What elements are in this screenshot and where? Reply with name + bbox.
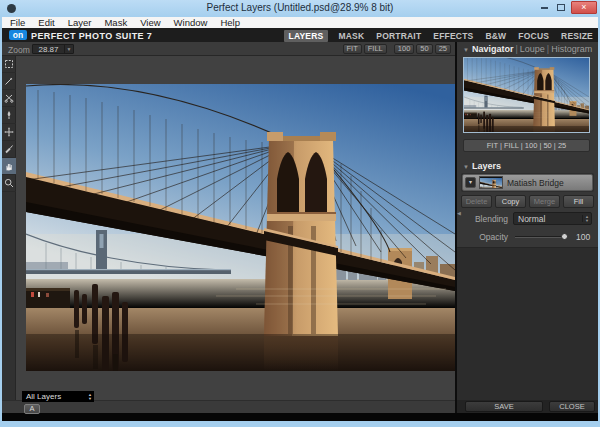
layer-visibility-toggle[interactable]: ▾ — [465, 177, 476, 188]
delete-layer-button[interactable]: Delete — [461, 195, 492, 208]
pen-icon — [4, 76, 14, 86]
save-button[interactable]: SAVE — [465, 401, 543, 412]
layer-list: ▾ Matiash Bridge — [461, 173, 594, 192]
app-window: Perfect Layers (Untitled.psd@28.9% 8 bit… — [0, 0, 600, 427]
tab-layers[interactable]: LAYERS — [284, 30, 329, 42]
tool-hand[interactable] — [2, 158, 16, 175]
merge-layer-button[interactable]: Merge — [529, 195, 560, 208]
retouch-brush-icon — [4, 144, 14, 154]
blending-select[interactable]: Normal ▲▼ — [513, 212, 592, 225]
spinner-icon: ▲▼ — [88, 393, 94, 400]
tool-retouch-brush[interactable] — [2, 141, 16, 158]
collapse-icon[interactable]: ▼ — [463, 47, 469, 53]
menu-help[interactable]: Help — [220, 17, 240, 28]
scissors-icon — [4, 93, 14, 103]
app-header: on PERFECT PHOTO SUITE 7 LAYERS MASK POR… — [2, 28, 598, 42]
move-icon — [4, 127, 14, 137]
zoom-50-button[interactable]: 50 — [416, 44, 432, 54]
tool-masking-brush[interactable] — [2, 107, 16, 124]
close-button[interactable]: × — [571, 1, 597, 14]
hand-icon — [4, 161, 14, 171]
bottom-strip — [2, 413, 598, 421]
layers-filter-value: All Layers — [22, 392, 88, 401]
navigator-header: ▼Navigator|Loupe|Histogram — [457, 42, 598, 55]
tab-effects[interactable]: EFFECTS — [431, 30, 475, 42]
panel-footer: SAVE CLOSE — [457, 400, 598, 413]
zoom-25-button[interactable]: 25 — [435, 44, 451, 54]
histogram-link[interactable]: Histogram — [551, 44, 592, 54]
menu-window[interactable]: Window — [174, 17, 208, 28]
navigator-view-buttons[interactable]: FIT | FILL | 100 | 50 | 25 — [463, 139, 590, 152]
suite-title: PERFECT PHOTO SUITE 7 — [31, 31, 152, 41]
tool-pen[interactable] — [2, 73, 16, 90]
maximize-button[interactable] — [554, 1, 568, 14]
slider-knob[interactable] — [561, 233, 568, 240]
tool-zoom[interactable] — [2, 175, 16, 192]
onone-logo: on — [9, 30, 27, 40]
panel-collapse-handle[interactable]: ◀ — [457, 210, 461, 216]
tool-crop[interactable] — [2, 56, 16, 73]
layers-title: Layers — [472, 161, 501, 171]
zoom-dropdown[interactable]: 28.87 ▼ — [32, 44, 74, 54]
spinner-icon: ▲▼ — [582, 215, 591, 222]
magnifier-icon — [4, 178, 14, 188]
zoom-value: 28.87 — [33, 45, 64, 54]
tab-resize[interactable]: RESIZE — [559, 30, 595, 42]
menu-view[interactable]: View — [140, 17, 160, 28]
tab-bw[interactable]: B&W — [483, 30, 508, 42]
layer-thumbnail — [479, 176, 503, 189]
zoom-label: Zoom — [8, 45, 30, 55]
tool-move[interactable] — [2, 124, 16, 141]
minimize-icon — [541, 7, 548, 9]
menu-edit[interactable]: Edit — [38, 17, 54, 28]
canvas-viewport[interactable] — [16, 56, 455, 400]
blending-label: Blending — [457, 214, 513, 224]
module-tabs: LAYERS MASK PORTRAIT EFFECTS B&W FOCUS R… — [284, 30, 595, 42]
toolbar: Zoom 28.87 ▼ FIT FILL 100 50 25 — [2, 42, 455, 56]
menu-layer[interactable]: Layer — [68, 17, 92, 28]
tab-focus[interactable]: FOCUS — [516, 30, 551, 42]
slider-track[interactable] — [515, 236, 564, 238]
tool-strip — [2, 56, 16, 400]
menu-file[interactable]: File — [10, 17, 25, 28]
fill-layer-button[interactable]: Fill — [563, 195, 594, 208]
annotate-button[interactable]: A — [24, 404, 40, 414]
titlebar: Perfect Layers (Untitled.psd@28.9% 8 bit… — [0, 0, 600, 17]
menu-mask[interactable]: Mask — [104, 17, 127, 28]
fill-button[interactable]: FILL — [364, 44, 387, 54]
navigator-title[interactable]: Navigator — [472, 44, 514, 54]
window-frame-bottom — [0, 421, 600, 427]
opacity-slider[interactable] — [513, 230, 572, 243]
menu-bar: File Edit Layer Mask View Window Help — [2, 17, 598, 28]
maximize-icon — [557, 4, 565, 11]
window-title: Perfect Layers (Untitled.psd@28.9% 8 bit… — [0, 2, 600, 13]
fit-button[interactable]: FIT — [343, 44, 362, 54]
navigator-preview[interactable] — [463, 57, 590, 133]
blending-value: Normal — [514, 214, 582, 224]
collapse-icon[interactable]: ▼ — [463, 164, 469, 170]
right-panel: ▼Navigator|Loupe|Histogram FIT | FILL | … — [457, 42, 598, 413]
layer-name: Matiash Bridge — [507, 178, 564, 188]
panel-empty-area — [457, 247, 598, 400]
photo-brooklyn-bridge — [26, 84, 455, 371]
tab-portrait[interactable]: PORTRAIT — [374, 30, 423, 42]
tab-mask[interactable]: MASK — [336, 30, 366, 42]
zoom-100-button[interactable]: 100 — [394, 44, 415, 54]
loupe-link[interactable]: Loupe — [520, 44, 545, 54]
crop-icon — [4, 59, 14, 69]
chevron-down-icon: ▼ — [64, 45, 73, 53]
layers-header: ▼Layers — [457, 159, 598, 172]
tool-mask-cut[interactable] — [2, 90, 16, 107]
opacity-value: 100 — [576, 232, 598, 242]
close-file-button[interactable]: CLOSE — [549, 401, 595, 412]
layers-filter-dropdown[interactable]: All Layers ▲▼ — [22, 391, 94, 402]
opacity-label: Opacity — [457, 232, 513, 242]
layer-row[interactable]: ▾ Matiash Bridge — [462, 174, 593, 191]
brush-icon — [4, 110, 14, 120]
minimize-button[interactable] — [537, 1, 551, 14]
copy-layer-button[interactable]: Copy — [495, 195, 526, 208]
